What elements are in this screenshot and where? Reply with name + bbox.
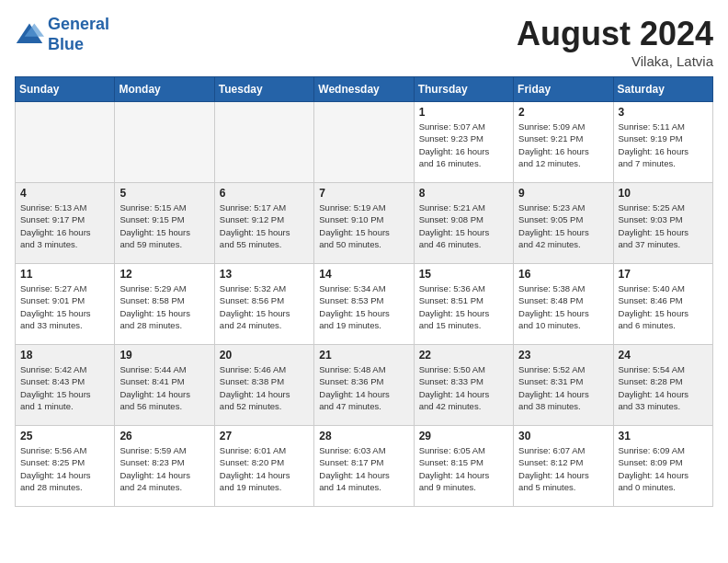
day-info: Sunrise: 5:48 AM Sunset: 8:36 PM Dayligh… xyxy=(319,363,408,412)
day-number: 16 xyxy=(518,268,608,281)
day-info: Sunrise: 5:40 AM Sunset: 8:46 PM Dayligh… xyxy=(619,282,708,331)
day-number: 28 xyxy=(319,430,408,442)
day-info: Sunrise: 5:11 AM Sunset: 9:19 PM Dayligh… xyxy=(619,121,708,169)
day-info: Sunrise: 6:05 AM Sunset: 8:15 PM Dayligh… xyxy=(419,444,508,493)
week-row-2: 4Sunrise: 5:13 AM Sunset: 9:17 PM Daylig… xyxy=(16,183,713,264)
day-number: 30 xyxy=(518,430,608,442)
day-number: 23 xyxy=(518,349,608,362)
day-info: Sunrise: 5:38 AM Sunset: 8:48 PM Dayligh… xyxy=(518,282,608,331)
day-info: Sunrise: 6:03 AM Sunset: 8:17 PM Dayligh… xyxy=(319,444,408,493)
calendar-cell: 22Sunrise: 5:50 AM Sunset: 8:33 PM Dayli… xyxy=(414,345,513,426)
day-info: Sunrise: 6:01 AM Sunset: 8:20 PM Dayligh… xyxy=(220,444,309,493)
day-number: 14 xyxy=(319,268,408,281)
day-number: 7 xyxy=(319,187,408,200)
day-info: Sunrise: 5:56 AM Sunset: 8:25 PM Dayligh… xyxy=(20,444,109,493)
calendar-cell: 16Sunrise: 5:38 AM Sunset: 8:48 PM Dayli… xyxy=(514,264,613,345)
calendar-cell: 25Sunrise: 5:56 AM Sunset: 8:25 PM Dayli… xyxy=(16,426,115,507)
day-info: Sunrise: 5:36 AM Sunset: 8:51 PM Dayligh… xyxy=(419,282,508,331)
week-row-3: 11Sunrise: 5:27 AM Sunset: 9:01 PM Dayli… xyxy=(16,264,713,345)
calendar-cell: 31Sunrise: 6:09 AM Sunset: 8:09 PM Dayli… xyxy=(613,426,712,507)
day-number: 27 xyxy=(220,430,309,442)
weekday-header-row: SundayMondayTuesdayWednesdayThursdayFrid… xyxy=(16,77,713,102)
calendar-cell: 7Sunrise: 5:19 AM Sunset: 9:10 PM Daylig… xyxy=(314,183,414,264)
day-number: 15 xyxy=(419,268,508,281)
calendar-cell: 13Sunrise: 5:32 AM Sunset: 8:56 PM Dayli… xyxy=(214,264,313,345)
week-row-5: 25Sunrise: 5:56 AM Sunset: 8:25 PM Dayli… xyxy=(16,426,713,507)
weekday-header-sunday: Sunday xyxy=(16,77,115,102)
calendar-cell: 30Sunrise: 6:07 AM Sunset: 8:12 PM Dayli… xyxy=(514,426,613,507)
weekday-header-tuesday: Tuesday xyxy=(214,77,313,102)
day-info: Sunrise: 5:52 AM Sunset: 8:31 PM Dayligh… xyxy=(518,363,608,412)
day-info: Sunrise: 5:19 AM Sunset: 9:10 PM Dayligh… xyxy=(319,201,408,250)
day-number: 24 xyxy=(619,349,708,362)
logo-text: General Blue xyxy=(48,15,109,54)
day-info: Sunrise: 5:50 AM Sunset: 8:33 PM Dayligh… xyxy=(419,363,508,412)
month-title: August 2024 xyxy=(517,15,713,53)
day-info: Sunrise: 5:46 AM Sunset: 8:38 PM Dayligh… xyxy=(220,363,309,412)
calendar-cell: 12Sunrise: 5:29 AM Sunset: 8:58 PM Dayli… xyxy=(115,264,214,345)
day-number: 29 xyxy=(419,430,508,442)
week-row-4: 18Sunrise: 5:42 AM Sunset: 8:43 PM Dayli… xyxy=(16,345,713,426)
day-info: Sunrise: 5:25 AM Sunset: 9:03 PM Dayligh… xyxy=(619,201,708,250)
day-info: Sunrise: 5:32 AM Sunset: 8:56 PM Dayligh… xyxy=(220,282,309,331)
week-row-1: 1Sunrise: 5:07 AM Sunset: 9:23 PM Daylig… xyxy=(16,102,713,183)
calendar-cell xyxy=(214,102,313,183)
day-info: Sunrise: 5:42 AM Sunset: 8:43 PM Dayligh… xyxy=(20,363,109,412)
day-number: 1 xyxy=(419,106,508,119)
day-number: 26 xyxy=(119,430,209,442)
day-info: Sunrise: 6:09 AM Sunset: 8:09 PM Dayligh… xyxy=(619,444,708,493)
calendar-cell: 24Sunrise: 5:54 AM Sunset: 8:28 PM Dayli… xyxy=(613,345,712,426)
calendar-cell: 9Sunrise: 5:23 AM Sunset: 9:05 PM Daylig… xyxy=(514,183,613,264)
day-number: 13 xyxy=(220,268,309,281)
calendar-cell: 10Sunrise: 5:25 AM Sunset: 9:03 PM Dayli… xyxy=(613,183,712,264)
day-number: 31 xyxy=(619,430,708,442)
location: Vilaka, Latvia xyxy=(517,53,713,69)
title-block: August 2024 Vilaka, Latvia xyxy=(517,15,713,69)
day-info: Sunrise: 5:34 AM Sunset: 8:53 PM Dayligh… xyxy=(319,282,408,331)
day-number: 3 xyxy=(619,106,708,119)
logo-icon xyxy=(15,20,44,50)
day-number: 25 xyxy=(20,430,109,442)
day-info: Sunrise: 5:17 AM Sunset: 9:12 PM Dayligh… xyxy=(220,201,309,250)
calendar-cell: 20Sunrise: 5:46 AM Sunset: 8:38 PM Dayli… xyxy=(214,345,313,426)
day-info: Sunrise: 5:29 AM Sunset: 8:58 PM Dayligh… xyxy=(119,282,209,331)
day-number: 6 xyxy=(220,187,309,200)
calendar-table: SundayMondayTuesdayWednesdayThursdayFrid… xyxy=(15,76,713,507)
calendar-cell: 29Sunrise: 6:05 AM Sunset: 8:15 PM Dayli… xyxy=(414,426,513,507)
day-number: 4 xyxy=(20,187,109,200)
calendar-cell: 2Sunrise: 5:09 AM Sunset: 9:21 PM Daylig… xyxy=(514,102,613,183)
calendar-cell: 17Sunrise: 5:40 AM Sunset: 8:46 PM Dayli… xyxy=(613,264,712,345)
calendar-cell: 4Sunrise: 5:13 AM Sunset: 9:17 PM Daylig… xyxy=(16,183,115,264)
day-number: 11 xyxy=(20,268,109,281)
calendar-cell xyxy=(16,102,115,183)
day-number: 21 xyxy=(319,349,408,362)
day-number: 17 xyxy=(619,268,708,281)
calendar-cell: 15Sunrise: 5:36 AM Sunset: 8:51 PM Dayli… xyxy=(414,264,513,345)
day-info: Sunrise: 5:15 AM Sunset: 9:15 PM Dayligh… xyxy=(119,201,209,250)
day-info: Sunrise: 5:21 AM Sunset: 9:08 PM Dayligh… xyxy=(419,201,508,250)
day-info: Sunrise: 5:44 AM Sunset: 8:41 PM Dayligh… xyxy=(119,363,209,412)
calendar-cell: 27Sunrise: 6:01 AM Sunset: 8:20 PM Dayli… xyxy=(214,426,313,507)
page-header: General Blue August 2024 Vilaka, Latvia xyxy=(15,15,713,69)
day-number: 2 xyxy=(518,106,608,119)
day-info: Sunrise: 6:07 AM Sunset: 8:12 PM Dayligh… xyxy=(518,444,608,493)
day-number: 12 xyxy=(119,268,209,281)
calendar-cell: 6Sunrise: 5:17 AM Sunset: 9:12 PM Daylig… xyxy=(214,183,313,264)
calendar-cell: 19Sunrise: 5:44 AM Sunset: 8:41 PM Dayli… xyxy=(115,345,214,426)
calendar-cell xyxy=(115,102,214,183)
day-number: 22 xyxy=(419,349,508,362)
calendar-cell: 1Sunrise: 5:07 AM Sunset: 9:23 PM Daylig… xyxy=(414,102,513,183)
day-number: 9 xyxy=(518,187,608,200)
day-info: Sunrise: 5:59 AM Sunset: 8:23 PM Dayligh… xyxy=(119,444,209,493)
day-info: Sunrise: 5:54 AM Sunset: 8:28 PM Dayligh… xyxy=(619,363,708,412)
weekday-header-wednesday: Wednesday xyxy=(314,77,414,102)
calendar-cell: 28Sunrise: 6:03 AM Sunset: 8:17 PM Dayli… xyxy=(314,426,414,507)
calendar-cell: 21Sunrise: 5:48 AM Sunset: 8:36 PM Dayli… xyxy=(314,345,414,426)
day-number: 5 xyxy=(119,187,209,200)
day-number: 20 xyxy=(220,349,309,362)
weekday-header-saturday: Saturday xyxy=(613,77,712,102)
day-number: 19 xyxy=(119,349,209,362)
day-number: 18 xyxy=(20,349,109,362)
calendar-cell: 14Sunrise: 5:34 AM Sunset: 8:53 PM Dayli… xyxy=(314,264,414,345)
day-info: Sunrise: 5:09 AM Sunset: 9:21 PM Dayligh… xyxy=(518,121,608,169)
